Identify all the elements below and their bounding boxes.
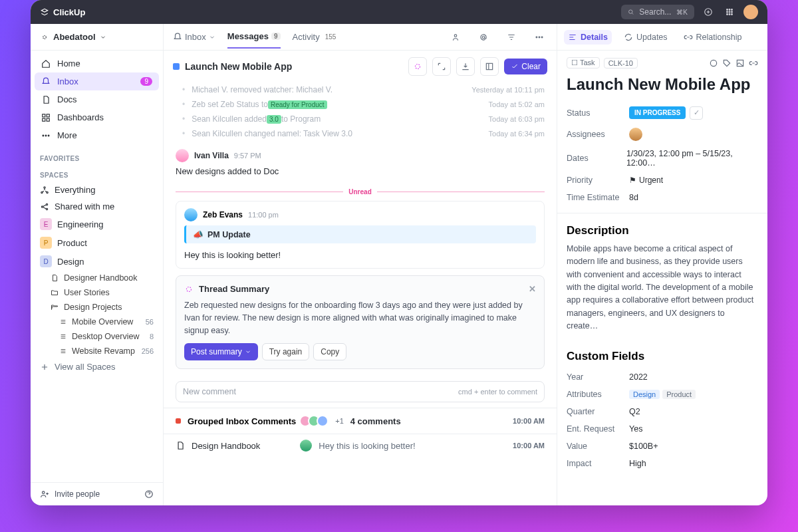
view-all-spaces[interactable]: View all Spaces bbox=[31, 358, 163, 375]
inbox-row-handbook[interactable]: Design Handbook Hey this is looking bett… bbox=[164, 434, 557, 458]
person-icon[interactable] bbox=[448, 29, 464, 45]
refresh-icon bbox=[624, 33, 633, 42]
help-icon[interactable] bbox=[144, 489, 154, 499]
dashboard-icon bbox=[41, 113, 51, 122]
ai-button[interactable] bbox=[408, 57, 427, 76]
nav-dashboards[interactable]: Dashboards bbox=[35, 108, 159, 126]
activity-row: Sean Kilcullen changed namel: Task View … bbox=[176, 126, 545, 141]
sub-desktop-overview[interactable]: Desktop Overview8 bbox=[31, 329, 163, 344]
space-shared[interactable]: Shared with me bbox=[31, 198, 163, 215]
crumb-task[interactable]: ☐Task bbox=[567, 57, 600, 68]
cf-year[interactable]: 2022 bbox=[629, 372, 648, 382]
unread-dot-icon bbox=[176, 418, 181, 424]
crumb-id[interactable]: CLK-10 bbox=[604, 58, 638, 68]
svg-point-27 bbox=[454, 34, 457, 37]
more-icon[interactable] bbox=[531, 29, 547, 45]
cf-attributes[interactable]: DesignProduct bbox=[629, 390, 698, 399]
sub-designer-handbook[interactable]: Designer Handbook bbox=[31, 271, 163, 285]
cf-impact[interactable]: High bbox=[629, 459, 646, 468]
home-icon bbox=[41, 59, 51, 68]
link-icon[interactable] bbox=[749, 59, 758, 68]
tab-relationship[interactable]: Relationship bbox=[680, 30, 746, 45]
svg-point-5 bbox=[727, 11, 728, 13]
svg-rect-13 bbox=[47, 114, 49, 116]
space-everything[interactable]: Everything bbox=[31, 182, 163, 198]
details-panel: Details Updates Relationship ☐Task CLK-1… bbox=[557, 24, 767, 505]
sub-mobile-overview[interactable]: Mobile Overview56 bbox=[31, 315, 163, 329]
try-again-button[interactable]: Try again bbox=[262, 343, 310, 360]
activity-row: Zeb set Zeb Status to Ready for ProductT… bbox=[176, 97, 545, 112]
priority-field[interactable]: ⚑Urgent bbox=[629, 176, 663, 185]
tab-messages[interactable]: Messages9 bbox=[227, 31, 281, 49]
new-comment-input[interactable]: New comment cmd + enter to comment bbox=[176, 381, 545, 402]
mention-icon[interactable] bbox=[475, 29, 491, 45]
tag-icon[interactable] bbox=[722, 59, 732, 68]
comment-text: New designs added to Doc bbox=[176, 162, 545, 178]
description-text[interactable]: Mobile apps have become a critical aspec… bbox=[557, 243, 767, 340]
cf-ent-request[interactable]: Yes bbox=[629, 424, 642, 434]
sub-design-projects[interactable]: Design Projects bbox=[31, 300, 163, 315]
nav-docs[interactable]: Docs bbox=[35, 90, 159, 108]
task-title[interactable]: Launch New Mobile App bbox=[557, 68, 767, 102]
svg-point-9 bbox=[729, 14, 730, 15]
sub-website-revamp[interactable]: Website Revamp256 bbox=[31, 344, 163, 358]
time-estimate-field[interactable]: 8d bbox=[629, 193, 638, 202]
tab-activity[interactable]: Activity155 bbox=[293, 32, 339, 42]
space-engineering[interactable]: EEngineering bbox=[31, 215, 163, 233]
panel-button[interactable] bbox=[480, 57, 499, 76]
tab-details[interactable]: Details bbox=[564, 30, 612, 45]
logo-icon bbox=[40, 7, 49, 17]
close-icon[interactable]: ✕ bbox=[529, 284, 536, 294]
nav-more[interactable]: More bbox=[35, 126, 159, 144]
space-product[interactable]: PProduct bbox=[31, 233, 163, 252]
status-dot-icon bbox=[173, 63, 180, 70]
filter-icon[interactable] bbox=[503, 29, 519, 45]
image-icon[interactable] bbox=[735, 59, 745, 68]
cf-value[interactable]: $100B+ bbox=[629, 442, 658, 451]
avatar[interactable] bbox=[743, 5, 758, 19]
avatar bbox=[629, 128, 642, 141]
inbox-dropdown[interactable]: Inbox bbox=[173, 32, 215, 42]
avatar bbox=[176, 149, 189, 162]
nav-inbox[interactable]: Inbox9 bbox=[35, 72, 159, 90]
assignees-field[interactable] bbox=[629, 128, 642, 141]
cf-quarter[interactable]: Q2 bbox=[629, 407, 640, 416]
svg-point-8 bbox=[727, 14, 728, 15]
activity-row: Sean Kilcullen added 3.0 to ProgramToday… bbox=[176, 112, 545, 126]
new-icon[interactable] bbox=[701, 5, 716, 19]
svg-point-23 bbox=[46, 203, 47, 205]
download-button[interactable] bbox=[456, 57, 475, 76]
share-icon bbox=[40, 202, 49, 211]
brand-name: ClickUp bbox=[53, 7, 85, 17]
apps-icon[interactable] bbox=[722, 5, 737, 19]
tab-updates[interactable]: Updates bbox=[620, 30, 672, 45]
avatar bbox=[300, 440, 312, 452]
sub-user-stories[interactable]: User Stories bbox=[31, 285, 163, 300]
invite-link[interactable]: Invite people bbox=[55, 489, 100, 499]
dates-field[interactable]: 1/30/23, 12:00 pm – 5/15/23, 12:00… bbox=[626, 149, 758, 168]
sidebar: Abedatool Home Inbox9 Docs Dashboards Mo… bbox=[31, 24, 164, 505]
thread-title[interactable]: Launch New Mobile App bbox=[185, 61, 292, 72]
clear-button[interactable]: Clear bbox=[504, 59, 547, 74]
svg-point-18 bbox=[48, 135, 49, 136]
space-design[interactable]: DDesign bbox=[31, 252, 163, 271]
nav-home[interactable]: Home bbox=[35, 55, 159, 72]
description-heading: Description bbox=[557, 213, 767, 243]
svg-point-0 bbox=[629, 10, 632, 13]
grouped-inbox-row[interactable]: Grouped Inbox Comments +1 4 comments 10:… bbox=[164, 408, 557, 434]
copy-button[interactable]: Copy bbox=[313, 343, 346, 360]
quoted-doc[interactable]: 📣PM Update bbox=[184, 225, 536, 243]
network-icon bbox=[40, 186, 49, 195]
svg-rect-15 bbox=[47, 118, 49, 121]
svg-point-10 bbox=[732, 14, 733, 15]
complete-checkbox[interactable]: ✓ bbox=[690, 106, 703, 120]
workspace-switcher[interactable]: Abedatool bbox=[31, 24, 163, 51]
expand-button[interactable] bbox=[432, 57, 451, 76]
search-input[interactable]: Search... ⌘K bbox=[621, 5, 694, 19]
status-field[interactable]: IN PROGRESS✓ bbox=[629, 106, 703, 120]
svg-point-31 bbox=[541, 37, 543, 38]
svg-point-30 bbox=[539, 37, 540, 38]
post-summary-button[interactable]: Post summary bbox=[184, 343, 258, 360]
workspace-name: Abedatool bbox=[53, 32, 96, 42]
emoji-icon[interactable] bbox=[709, 59, 718, 68]
